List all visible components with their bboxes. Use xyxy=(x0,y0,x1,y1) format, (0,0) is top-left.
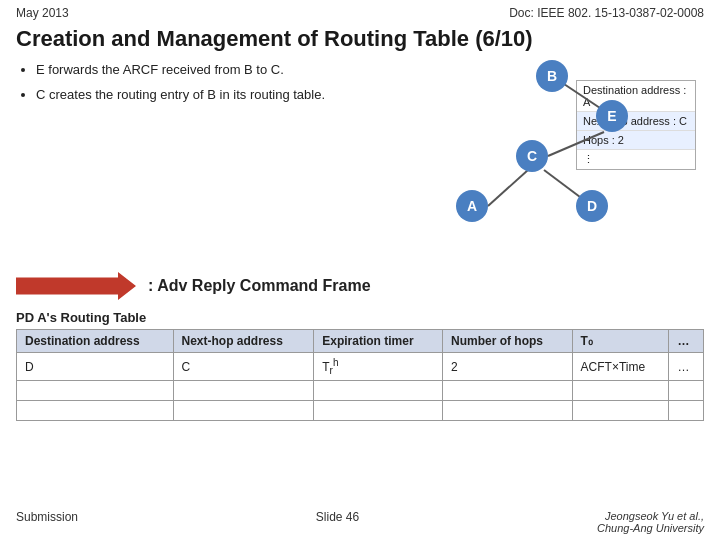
cell-exp-1: Trh xyxy=(314,353,443,381)
svg-line-1 xyxy=(548,132,604,156)
cell-dest-1: D xyxy=(17,353,174,381)
table-row xyxy=(17,381,704,401)
col-t0: T₀ xyxy=(572,330,669,353)
cell-t0-1: ACFT×Time xyxy=(572,353,669,381)
header: May 2013 Doc: IEEE 802. 15-13-0387-02-00… xyxy=(0,0,720,22)
svg-line-2 xyxy=(488,170,528,206)
footer-slide: Slide 46 xyxy=(316,510,359,534)
node-D: D xyxy=(576,190,608,222)
node-A: A xyxy=(456,190,488,222)
node-C: C xyxy=(516,140,548,172)
col-hops: Number of hops xyxy=(443,330,573,353)
footer-submission: Submission xyxy=(16,510,78,534)
node-E: E xyxy=(596,100,628,132)
routing-table: Destination address Next-hop address Exp… xyxy=(16,329,704,421)
page-title: Creation and Management of Routing Table… xyxy=(0,22,720,60)
col-ellipsis: … xyxy=(669,330,704,353)
header-left: May 2013 xyxy=(16,6,69,20)
table-row xyxy=(17,401,704,421)
main-content: E forwards the ARCF received from B to C… xyxy=(0,60,720,260)
col-expiration: Expiration timer xyxy=(314,330,443,353)
header-right: Doc: IEEE 802. 15-13-0387-02-0008 xyxy=(509,6,704,20)
footer: Submission Slide 46 Jeongseok Yu et al.,… xyxy=(0,510,720,534)
adv-reply-area: : Adv Reply Command Frame xyxy=(0,264,720,308)
table-row: D C Trh 2 ACFT×Time … xyxy=(17,353,704,381)
table-section: PD A's Routing Table Destination address… xyxy=(0,310,720,421)
arrow-icon xyxy=(16,272,136,300)
left-text-area: E forwards the ARCF received from B to C… xyxy=(16,60,356,260)
adv-reply-label: : Adv Reply Command Frame xyxy=(148,277,371,295)
bullet-2: C creates the routing entry of B in its … xyxy=(36,85,356,106)
cell-hops-1: 2 xyxy=(443,353,573,381)
bullet-1: E forwards the ARCF received from B to C… xyxy=(36,60,356,81)
cell-nexthop-1: C xyxy=(173,353,314,381)
footer-author: Jeongseok Yu et al., Chung-Ang Universit… xyxy=(597,510,704,534)
cell-ellipsis-1: … xyxy=(669,353,704,381)
col-nexthop: Next-hop address xyxy=(173,330,314,353)
col-destination: Destination address xyxy=(17,330,174,353)
node-B: B xyxy=(536,60,568,92)
table-title: PD A's Routing Table xyxy=(16,310,704,325)
network-diagram: B E C A D Destination address : A Next-h… xyxy=(356,60,696,260)
